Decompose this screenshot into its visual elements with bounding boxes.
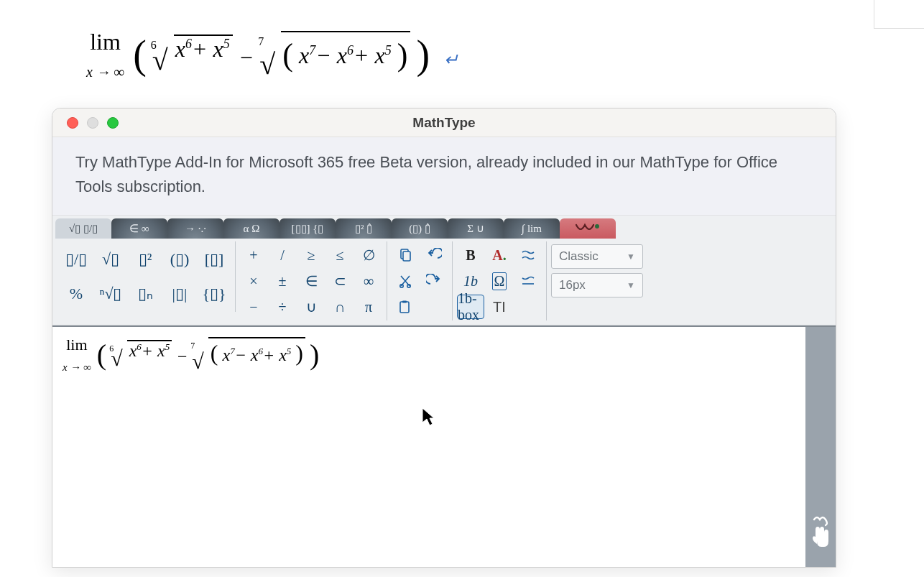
minimize-window-button[interactable] [87, 117, 98, 129]
mathtype-window: MathType Try MathType Add-In for Microso… [52, 108, 836, 568]
tab-roots-fractions[interactable]: √▯ ▯/▯ [55, 218, 111, 239]
brace-button[interactable]: {▯} [198, 277, 231, 310]
chemtype-button[interactable]: 1b [457, 269, 484, 293]
tab-strip: √▯ ▯/▯ ∈ ∞ → ·.· α Ω [▯▯] {▯ ▯² ▯̂ (▯) ▯… [52, 216, 836, 239]
redo-button[interactable] [420, 269, 448, 293]
equation-editor[interactable]: lim x → ∞ ( 6 √ x6+ x5 − 7 √ ( [52, 327, 805, 567]
root-1-index: 6 [151, 39, 157, 52]
chevron-down-icon: ▼ [627, 251, 635, 262]
fraction-button[interactable]: ▯/▯ [60, 243, 93, 276]
operator-buttons: + × − / ± ÷ ≥ ∈ ∪ ≤ ⊂ ∩ ∅ ∞ π [236, 241, 387, 320]
size-dropdown[interactable]: 16px ▼ [551, 273, 643, 297]
style-dropdown-value: Classic [559, 249, 599, 264]
style-dropdown[interactable]: Classic ▼ [551, 244, 643, 269]
times-button[interactable]: × [240, 269, 267, 293]
boxed-1b-button[interactable]: 1b-box [457, 295, 484, 319]
tab-calculus[interactable]: ∫ lim [504, 218, 560, 239]
slash-button[interactable]: / [269, 243, 296, 267]
root-2-radicand: ( x7− x6+ x5 ) [208, 337, 305, 365]
tab-greek[interactable]: α Ω [223, 218, 279, 239]
tab-arrows[interactable]: → ·.· [167, 218, 223, 239]
edit-buttons [387, 241, 453, 320]
lim-subscript: x → ∞ [86, 64, 124, 80]
inner-open-paren: ( [282, 37, 293, 73]
in-button[interactable]: ∈ [297, 269, 325, 293]
union-button[interactable]: ∪ [297, 295, 325, 319]
wiris-icon [573, 222, 602, 235]
root-1: 6 √ x6+ x5 [152, 43, 233, 77]
tab-wiris[interactable] [560, 218, 616, 239]
window-controls [67, 117, 119, 129]
abs-button[interactable]: |▯| [163, 277, 196, 310]
bold-button[interactable]: B [457, 243, 484, 267]
ltr-button[interactable] [514, 269, 542, 293]
open-paren: ( [97, 338, 106, 371]
svg-point-0 [595, 224, 599, 229]
titlebar[interactable]: MathType [52, 109, 836, 137]
root-1-radicand: x6+ x5 [127, 340, 172, 361]
ge-button[interactable]: ≥ [297, 243, 325, 267]
tab-set-symbols[interactable]: ∈ ∞ [111, 218, 167, 239]
paste-button[interactable] [392, 295, 419, 319]
plusminus-button[interactable]: ± [269, 269, 296, 293]
intersect-button[interactable]: ∩ [326, 295, 354, 319]
subset-button[interactable]: ⊂ [326, 269, 354, 293]
svg-rect-2 [403, 251, 410, 261]
close-paren: ) [310, 338, 319, 371]
le-button[interactable]: ≤ [326, 243, 354, 267]
sqrt-button[interactable]: √▯ [94, 243, 127, 276]
tab-matrices[interactable]: [▯▯] {▯ [279, 218, 336, 239]
paste-icon [398, 300, 412, 314]
paragraph-return-icon: ↵ [444, 50, 458, 69]
emptyset-button[interactable]: ∅ [355, 243, 382, 267]
root-2: 7 √ ( x7− x6+ x5 ) [192, 343, 305, 374]
copy-icon [398, 248, 412, 262]
font-color-button[interactable]: A. [486, 243, 513, 267]
superscript-button[interactable]: ▯² [129, 243, 162, 276]
tab-scripts[interactable]: ▯² ▯̂ [336, 218, 392, 239]
radical-icon: √ [259, 47, 275, 81]
minus-button[interactable]: − [240, 295, 267, 319]
partial-ui-box [874, 0, 924, 29]
svg-rect-6 [402, 301, 407, 303]
side-panel[interactable] [805, 327, 836, 567]
lim-label: lim [63, 336, 91, 354]
cut-icon [398, 274, 412, 288]
chevron-down-icon: ▼ [627, 280, 635, 290]
minus: − [239, 45, 260, 70]
window-title: MathType [52, 115, 836, 131]
ltr-icon [519, 274, 537, 287]
plus-button[interactable]: + [240, 243, 267, 267]
pi-button[interactable]: π [355, 295, 382, 319]
infinity-button[interactable]: ∞ [355, 269, 382, 293]
close-window-button[interactable] [67, 117, 78, 129]
inner-close-paren: ) [295, 340, 303, 366]
cut-button[interactable] [392, 269, 419, 293]
open-paren: ( [133, 32, 147, 77]
size-dropdown-value: 16px [559, 278, 586, 292]
paren-button[interactable]: (▯) [163, 243, 196, 276]
ti-button[interactable]: TI [486, 295, 513, 319]
bracket-button[interactable]: [▯] [198, 243, 231, 276]
root-2-radicand: ( x7− x6+ x5 ) [281, 31, 410, 69]
promo-banner: Try MathType Add-In for Microsoft 365 fr… [52, 137, 836, 216]
omega-style-button[interactable]: Ω [486, 269, 513, 293]
zoom-window-button[interactable] [107, 117, 119, 129]
root-1: 6 √ x6+ x5 [111, 346, 172, 371]
nth-root-button[interactable]: ⁿ√▯ [94, 277, 127, 310]
root-1-index: 6 [109, 343, 114, 354]
root-2-index: 7 [190, 341, 195, 351]
tab-fenced-accents[interactable]: (▯) ▯̂ [392, 218, 448, 239]
subscript-button[interactable]: ▯ₙ [129, 277, 162, 310]
lim-subscript: x → ∞ [63, 361, 91, 374]
lim-block: lim x → ∞ [63, 336, 91, 374]
divide-button[interactable]: ÷ [269, 295, 296, 319]
copy-button[interactable] [392, 243, 419, 267]
rtl-icon [519, 249, 537, 262]
close-paren: ) [416, 32, 430, 77]
undo-button[interactable] [420, 243, 448, 267]
percent-button[interactable]: % [60, 277, 93, 310]
root-2: 7 √ ( x7− x6+ x5 ) [259, 40, 410, 81]
rtl-button[interactable] [514, 243, 542, 267]
tab-bigops[interactable]: Σ ∪ [448, 218, 504, 239]
